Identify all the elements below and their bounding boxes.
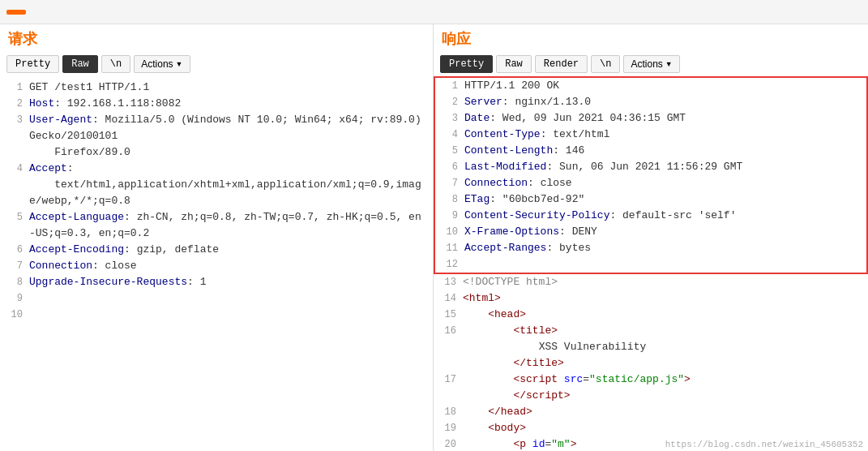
req-line-9: 9 [0, 290, 433, 307]
resp-line-10: 10 X-Frame-Options: DENY [435, 224, 866, 240]
req-line-4: 4 Accept: text/html,application/xhtml+xm… [0, 161, 433, 209]
resp-line-1: 1 HTTP/1.1 200 OK [435, 78, 866, 94]
resp-line-4: 4 Content-Type: text/html [435, 127, 866, 143]
orange-button[interactable] [6, 10, 26, 15]
left-actions-btn[interactable]: Actions ▼ [134, 55, 190, 73]
resp-line-12: 12 [435, 256, 866, 273]
req-line-10: 10 [0, 307, 433, 323]
right-actions-btn[interactable]: Actions ▼ [623, 55, 679, 73]
body-line-16: 16 <title> XSS Vulnerability </title> [434, 323, 868, 372]
right-panel: 响应 Pretty Raw Render \n Actions ▼ 1 HTTP… [434, 24, 868, 451]
req-line-7: 7 Connection: close [0, 258, 433, 274]
right-newline-btn[interactable]: \n [591, 55, 620, 73]
left-actions-chevron-icon: ▼ [176, 60, 183, 68]
bottom-url: https://blog.csdn.net/weixin_45605352 [661, 438, 868, 451]
right-toolbar: Pretty Raw Render \n Actions ▼ [434, 52, 868, 76]
body-line-13: 13 <!DOCTYPE html> [434, 274, 868, 290]
response-header-content: 1 HTTP/1.1 200 OK 2 Server: nginx/1.13.0… [435, 78, 866, 273]
req-line-6: 6 Accept-Encoding: gzip, deflate [0, 242, 433, 258]
req-line-5: 5 Accept-Language: zh-CN, zh;q=0.8, zh-T… [0, 209, 433, 242]
right-scroll-area: 1 HTTP/1.1 200 OK 2 Server: nginx/1.13.0… [434, 76, 868, 451]
body-line-19: 19 <body> [434, 420, 868, 436]
req-line-8: 8 Upgrade-Insecure-Requests: 1 [0, 274, 433, 290]
main-container: 请求 Pretty Raw \n Actions ▼ 1 GET /test1 … [0, 24, 868, 451]
response-header-box: 1 HTTP/1.1 200 OK 2 Server: nginx/1.13.0… [434, 76, 868, 274]
left-panel: 请求 Pretty Raw \n Actions ▼ 1 GET /test1 … [0, 24, 434, 451]
left-content-area: 1 GET /test1 HTTP/1.1 2 Host: 192.168.1.… [0, 76, 433, 451]
resp-line-2: 2 Server: nginx/1.13.0 [435, 94, 866, 110]
body-line-15: 15 <head> [434, 307, 868, 323]
resp-line-3: 3 Date: Wed, 09 Jun 2021 04:36:15 GMT [435, 110, 866, 127]
resp-line-9: 9 Content-Security-Policy: default-src '… [435, 208, 866, 224]
left-raw-btn[interactable]: Raw [62, 55, 98, 73]
right-actions-chevron-icon: ▼ [665, 60, 673, 68]
left-newline-btn[interactable]: \n [101, 55, 130, 73]
body-line-18: 18 </head> [434, 404, 868, 420]
left-toolbar: Pretty Raw \n Actions ▼ [0, 52, 433, 76]
resp-line-7: 7 Connection: close [435, 175, 866, 191]
right-render-btn[interactable]: Render [535, 55, 588, 73]
right-panel-title: 响应 [434, 24, 868, 52]
req-line-2: 2 Host: 192.168.1.118:8082 [0, 96, 433, 112]
resp-line-8: 8 ETag: "60bcb7ed-92" [435, 191, 866, 208]
req-line-1: 1 GET /test1 HTTP/1.1 [0, 79, 433, 96]
left-pretty-btn[interactable]: Pretty [6, 55, 59, 73]
body-line-14: 14 <html> [434, 290, 868, 307]
right-pretty-btn[interactable]: Pretty [440, 55, 493, 73]
left-panel-title: 请求 [0, 24, 433, 52]
right-raw-btn[interactable]: Raw [496, 55, 532, 73]
resp-line-6: 6 Last-Modified: Sun, 06 Jun 2021 11:56:… [435, 159, 866, 175]
resp-line-5: 5 Content-Length: 146 [435, 143, 866, 159]
resp-line-11: 11 Accept-Ranges: bytes [435, 240, 866, 256]
top-bar [0, 0, 868, 24]
body-line-17: 17 <script src="static/app.js"> </script… [434, 372, 868, 404]
req-line-3: 3 User-Agent: Mozilla/5.0 (Windows NT 10… [0, 112, 433, 161]
